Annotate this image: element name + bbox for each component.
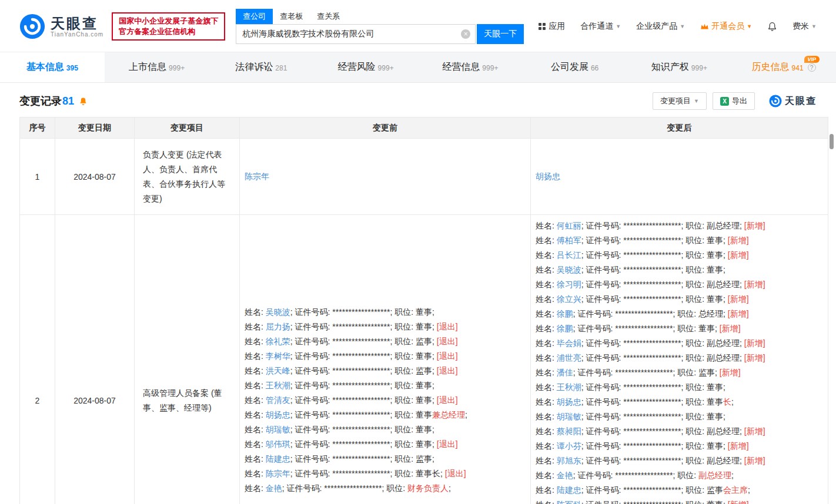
col-header-date: 变更日期 [55, 117, 135, 139]
person-name-link[interactable]: 徐鹏 [557, 309, 573, 318]
export-button[interactable]: X 导出 [713, 92, 755, 110]
tab-legal-proceedings[interactable]: 法律诉讼 281 [209, 52, 314, 82]
person-name-link[interactable]: 陆建忠 [557, 485, 581, 495]
person-record: 姓名: 谭小芬; 证件号码: ******************; 职位: 董… [536, 439, 823, 453]
person-record: 姓名: 邬伟琪; 证件号码: ******************; 职位: 董… [245, 437, 526, 452]
tab-count: 395 [66, 64, 78, 72]
person-name-link[interactable]: 吴晓波 [266, 307, 290, 317]
person-name-link[interactable]: 陈宗年 [266, 469, 290, 478]
notification-bell[interactable] [767, 21, 777, 32]
person-name-link[interactable]: 胡扬忠 [557, 397, 581, 406]
person-record: 姓名: 胡扬忠; 证件号码: ******************; 职位: 董… [245, 408, 526, 422]
tab-label: 经营信息 [442, 61, 480, 73]
person-name-link[interactable]: 何虹丽 [557, 221, 581, 230]
menu-enterprise-products[interactable]: 企业级产品 ▼ [636, 21, 685, 32]
change-tag: [新增] [742, 338, 765, 348]
person-record: 姓名: 徐鹏; 证件号码: ******************; 职位: 董事… [536, 321, 823, 336]
export-label: 导出 [732, 96, 747, 106]
person-name-link[interactable]: 管清友 [266, 395, 290, 405]
search-tab-boss[interactable]: 查老板 [273, 9, 310, 24]
help-icon[interactable]: ? [808, 63, 816, 72]
change-tag: [新增] [725, 250, 749, 260]
before-people-list: 姓名: 吴晓波; 证件号码: ******************; 职位: 董… [245, 305, 526, 496]
filter-dropdown-label: 变更项目 [660, 96, 691, 106]
person-record: 姓名: 屈力扬; 证件号码: ******************; 职位: 董… [245, 320, 526, 334]
person-name-link[interactable]: 金艳 [266, 483, 282, 493]
person-name-link[interactable]: 王秋潮 [266, 381, 290, 390]
section-title: 变更记录 [19, 94, 62, 108]
person-name-link[interactable]: 浦世亮 [557, 353, 581, 362]
menu-partner-label: 合作通道 [580, 21, 613, 32]
menu-vip-upgrade[interactable]: 开通会员 ▼ [700, 21, 752, 32]
person-name-link[interactable]: 吕长江 [557, 250, 581, 260]
person-name-link[interactable]: 陈宗年 [245, 172, 269, 181]
person-name-link[interactable]: 徐立兴 [557, 294, 581, 304]
subscribe-bell-icon[interactable] [79, 96, 88, 106]
certification-line2: 官方备案企业征信机构 [119, 26, 218, 37]
person-record: 姓名: 胡瑞敏; 证件号码: ******************; 职位: 董… [536, 409, 823, 424]
menu-user[interactable]: 费米 ▼ [792, 21, 817, 32]
tab-intellectual-property[interactable]: 知识产权 999+ [627, 52, 732, 82]
chevron-down-icon: ▼ [747, 23, 752, 29]
person-name-link[interactable]: 潘佳 [557, 368, 573, 377]
person-name-link[interactable]: 蔡昶阳 [557, 426, 581, 436]
change-tag: [退出] [434, 366, 458, 375]
change-records-table: 序号 变更日期 变更项目 变更前 变更后 1 2024-08-07 负责人变更 … [19, 117, 828, 504]
tab-count: 66 [591, 64, 598, 72]
person-name-link[interactable]: 洪天峰 [266, 366, 290, 375]
person-name-link[interactable]: 李树华 [266, 351, 290, 361]
brand-title: 天眼查 [51, 16, 103, 31]
person-name-link[interactable]: 胡扬忠 [266, 410, 290, 419]
filter-dropdown-button[interactable]: 变更项目 ▼ [653, 92, 707, 110]
menu-apps-label: 应用 [549, 21, 565, 32]
tab-listing-info[interactable]: 上市信息 999+ [105, 52, 209, 82]
person-name-link[interactable]: 屈力扬 [266, 322, 290, 331]
person-name-link[interactable]: 王秋潮 [557, 382, 581, 392]
person-record: 姓名: 金艳; 证件号码: ******************; 职位: 财务… [245, 481, 526, 496]
cell-before: 陈宗年 [240, 139, 531, 215]
position-changed-text: 会主席 [723, 485, 748, 495]
change-tag: [新增] [725, 236, 749, 245]
person-name-link[interactable]: 胡扬忠 [536, 172, 560, 181]
person-record: 姓名: 何虹丽; 证件号码: ******************; 职位: 副… [536, 219, 823, 233]
tab-business-info[interactable]: 经营信息 999+ [418, 52, 523, 82]
person-name-link[interactable]: 陆建忠 [266, 454, 290, 463]
tianyancha-logo-icon [19, 14, 45, 39]
vertical-scrollbar-thumb[interactable] [830, 134, 834, 149]
person-name-link[interactable]: 徐习明 [557, 280, 581, 289]
person-record: 姓名: 潘佳; 证件号码: ******************; 职位: 监事… [536, 365, 823, 380]
person-name-link[interactable]: 胡瑞敏 [266, 425, 290, 434]
menu-apps[interactable]: 应用 [538, 21, 565, 32]
position-changed-text: 兼总经理 [432, 410, 465, 419]
person-name-link[interactable]: 郭旭东 [557, 456, 581, 465]
cell-after: 胡扬忠 [531, 139, 828, 215]
tab-history-info[interactable]: VIP 历史信息 941 ? [731, 52, 836, 82]
tab-business-risk[interactable]: 经营风险 999+ [313, 52, 418, 82]
search-tab-relation[interactable]: 查关系 [310, 9, 347, 24]
person-name-link[interactable]: 胡瑞敏 [557, 412, 581, 421]
section-header: 变更记录 81 变更项目 ▼ X 导出 天眼查 [0, 83, 836, 117]
tab-count: 999+ [691, 64, 707, 72]
person-name-link[interactable]: 傅柏军 [557, 236, 581, 245]
search-button[interactable]: 天眼一下 [477, 24, 524, 44]
person-name-link[interactable]: 邬伟琪 [266, 439, 290, 449]
tab-basic-info[interactable]: 基本信息 395 [0, 52, 105, 82]
person-name-link[interactable]: 毕会娟 [557, 338, 581, 348]
chevron-down-icon: ▼ [811, 23, 817, 29]
search-input[interactable] [236, 24, 476, 44]
person-name-link[interactable]: 金艳 [557, 471, 573, 480]
menu-enterprise-label: 企业级产品 [636, 21, 677, 32]
search-tab-company[interactable]: 查公司 [236, 9, 273, 24]
person-name-link[interactable]: 徐礼荣 [266, 337, 290, 346]
person-name-link[interactable]: 徐鹏 [557, 324, 573, 333]
person-name-link[interactable]: 吴晓波 [557, 265, 581, 274]
cell-no: 1 [20, 139, 55, 215]
change-tag: [退出] [434, 337, 458, 346]
person-name-link[interactable]: 陈军科 [557, 500, 581, 504]
person-name-link[interactable]: 谭小芬 [557, 441, 581, 451]
tab-company-development[interactable]: 公司发展 66 [523, 52, 627, 82]
position-changed-text: 副总经理 [698, 471, 731, 480]
brand-logo[interactable]: 天眼查 TianYanCha.com [19, 14, 103, 39]
change-tag: [退出] [434, 351, 458, 361]
menu-partner-channel[interactable]: 合作通道 ▼ [580, 21, 621, 32]
